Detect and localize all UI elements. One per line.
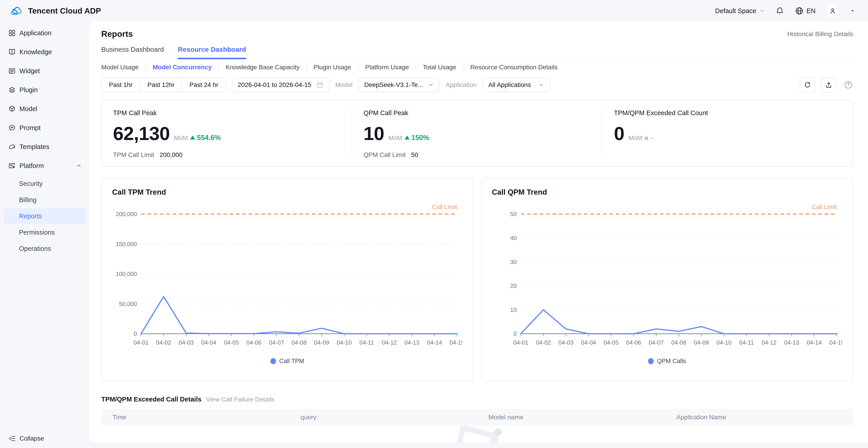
- main-panel: Reports Historical Billing Details Busin…: [90, 22, 868, 448]
- chevron-up-icon: [76, 163, 82, 169]
- sidebar-item-billing[interactable]: Billing: [4, 192, 86, 208]
- stat-label: TPM/QPM Exceeded Call Count: [614, 109, 852, 117]
- svg-text:Call Limit: Call Limit: [432, 204, 457, 210]
- svg-text:04-14: 04-14: [427, 339, 442, 346]
- chevron-down-icon: [759, 8, 765, 14]
- topbar: Tencent Cloud ADP Default Space EN: [0, 0, 868, 22]
- stat-qpm-call-peak: QPM Call Peak10MoM150%QPM Call Limit50: [352, 109, 602, 159]
- sidebar-item-model[interactable]: Model: [0, 99, 90, 118]
- stat-limit-row: QPM Call Limit50: [364, 151, 602, 159]
- svg-text:04-06: 04-06: [626, 339, 641, 346]
- svg-text:04-01: 04-01: [133, 339, 149, 346]
- collapse-label: Collapse: [20, 435, 44, 442]
- svg-text:04-05: 04-05: [224, 339, 239, 346]
- sidebar-item-security[interactable]: Security: [4, 176, 86, 192]
- svg-text:Call Limit: Call Limit: [812, 204, 837, 210]
- svg-text:04-09: 04-09: [314, 339, 329, 346]
- tpm-legend[interactable]: Call TPM: [112, 358, 463, 365]
- brand-logo: Tencent Cloud ADP: [11, 6, 101, 16]
- subtab-model-concurrency[interactable]: Model Concurrency: [146, 64, 218, 71]
- sidebar-item-plugin[interactable]: Plugin: [0, 80, 90, 99]
- subtab-resource-consumption-details[interactable]: Resource Consumption Details: [464, 64, 564, 71]
- stat-delta: 150%: [411, 134, 429, 142]
- caret-down-icon[interactable]: [850, 8, 855, 13]
- svg-text:40: 40: [510, 235, 517, 241]
- qpm-legend[interactable]: QPM Calls: [492, 358, 842, 365]
- tab-business-dashboard[interactable]: Business Dashboard: [101, 46, 164, 59]
- range-button-past-12hr[interactable]: Past 12hr: [140, 78, 182, 92]
- range-button-past-1hr[interactable]: Past 1hr: [102, 78, 140, 92]
- space-name: Default Space: [715, 7, 756, 15]
- exceeded-details-title: TPM/QPM Exceeded Call Details: [101, 395, 202, 403]
- sidebar-item-application[interactable]: Application: [0, 24, 90, 42]
- subtab-model-usage[interactable]: Model Usage: [101, 64, 145, 71]
- subtab-plugin-usage[interactable]: Plugin Usage: [307, 64, 358, 71]
- svg-text:100,000: 100,000: [116, 271, 137, 277]
- limit-label: TPM Call Limit: [113, 151, 154, 159]
- sidebar-item-platform[interactable]: Platform: [0, 156, 90, 175]
- view-call-failure-link[interactable]: View Call Failure Details: [206, 396, 274, 403]
- svg-text:0: 0: [514, 330, 517, 337]
- svg-text:04-07: 04-07: [269, 339, 284, 346]
- sidebar-nav: ApplicationKnowledgeWidgetPluginModelPro…: [0, 24, 90, 256]
- svg-text:04-11: 04-11: [360, 339, 374, 346]
- tab-resource-dashboard[interactable]: Resource Dashboard: [178, 46, 246, 59]
- bell-icon[interactable]: [775, 6, 784, 15]
- cube-icon: [8, 105, 16, 113]
- space-selector[interactable]: Default Space: [715, 7, 765, 15]
- svg-text:150,000: 150,000: [116, 241, 137, 247]
- svg-text:04-15: 04-15: [829, 339, 842, 346]
- filter-bar: Past 1hrPast 12hrPast 24 hr 2026-04-01 t…: [101, 77, 853, 93]
- collapse-button[interactable]: Collapse: [8, 435, 44, 442]
- sidebar-item-widget[interactable]: Widget: [0, 61, 90, 80]
- subtab-total-usage[interactable]: Total Usage: [416, 64, 463, 71]
- exceeded-table-header: TimequeryModel nameApplication Name: [101, 409, 853, 426]
- sidebar-item-permissions[interactable]: Permissions: [4, 225, 86, 240]
- stat-label: QPM Call Peak: [364, 109, 602, 117]
- sidebar-item-label: Model: [20, 105, 82, 113]
- trend-up-icon: [190, 136, 195, 140]
- range-button-past-24-hr[interactable]: Past 24 hr: [182, 78, 225, 92]
- sidebar-item-label: Plugin: [20, 86, 82, 94]
- historical-billing-link[interactable]: Historical Billing Details: [787, 31, 853, 38]
- sidebar-item-label: Templates: [20, 143, 82, 150]
- subtab-platform-usage[interactable]: Platform Usage: [359, 64, 416, 71]
- stats-card: TPM Call Peak62,130MoM554.6%TPM Call Lim…: [101, 100, 853, 167]
- model-select[interactable]: DeepSeek-V3.1-Te...: [358, 78, 440, 92]
- svg-text:04-04: 04-04: [201, 339, 216, 346]
- svg-text:04-10: 04-10: [716, 339, 732, 346]
- svg-text:04-03: 04-03: [558, 339, 574, 346]
- column-header-application-name: Application Name: [665, 414, 853, 421]
- mom-label: MoM: [628, 134, 643, 142]
- svg-text:04-13: 04-13: [404, 339, 420, 346]
- sidebar-item-label: Widget: [20, 67, 82, 75]
- trend-flat-icon: [645, 137, 648, 140]
- avatar[interactable]: [826, 4, 839, 18]
- sidebar-item-knowledge[interactable]: Knowledge: [0, 42, 90, 61]
- stat-value-row: 10MoM150%: [364, 123, 602, 144]
- page-title: Reports: [101, 29, 133, 39]
- help-icon[interactable]: [844, 80, 853, 90]
- chevron-down-icon: [538, 82, 544, 88]
- subtab-knowledge-base-capacity[interactable]: Knowledge Base Capacity: [219, 64, 306, 71]
- tencent-cloud-logo-icon: [11, 6, 24, 16]
- refresh-button[interactable]: [800, 77, 815, 93]
- export-button[interactable]: [821, 77, 836, 93]
- sidebar-item-templates[interactable]: Templates: [0, 137, 90, 156]
- svg-text:04-03: 04-03: [179, 339, 194, 346]
- app-root: Tencent Cloud ADP Default Space EN: [0, 0, 868, 448]
- svg-text:04-04: 04-04: [581, 339, 596, 346]
- sidebar-item-operations[interactable]: Operations: [4, 241, 86, 256]
- application-select[interactable]: All Applications: [483, 78, 550, 92]
- language-selector[interactable]: EN: [795, 6, 815, 15]
- legend-label: Call TPM: [279, 358, 304, 365]
- sidebar-item-reports[interactable]: Reports: [4, 208, 86, 224]
- layers-icon: [8, 86, 16, 94]
- mom-label: MoM: [388, 134, 402, 142]
- svg-text:200,000: 200,000: [116, 211, 137, 217]
- svg-text:50,000: 50,000: [119, 301, 137, 307]
- date-range-picker[interactable]: 2026-04-01 to 2026-04-15: [232, 78, 329, 92]
- column-header-time: Time: [101, 414, 289, 421]
- svg-text:04-02: 04-02: [536, 339, 551, 346]
- sidebar-item-prompt[interactable]: Prompt: [0, 118, 90, 137]
